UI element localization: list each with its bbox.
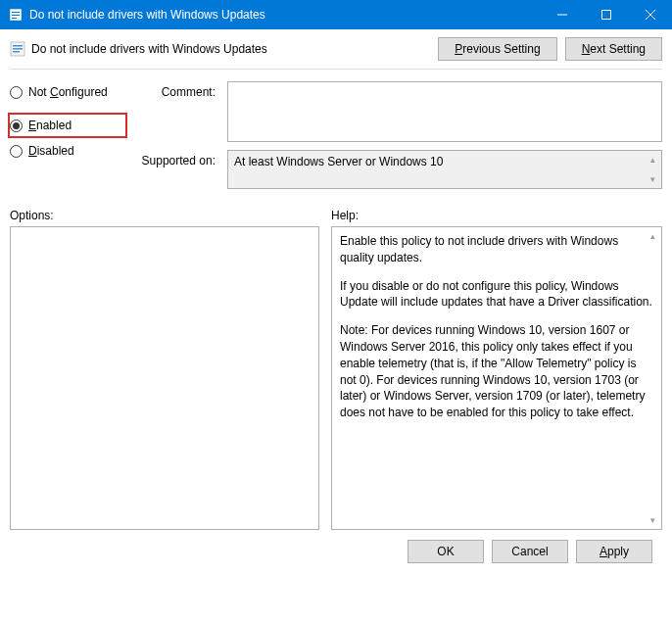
radio-icon — [10, 86, 23, 99]
radio-icon — [10, 120, 23, 132]
radio-label: Disabled — [28, 144, 74, 158]
radio-disabled[interactable]: Disabled — [10, 144, 127, 158]
close-button[interactable] — [628, 0, 672, 29]
maximize-button[interactable] — [584, 0, 628, 29]
window-title: Do not include drivers with Windows Upda… — [29, 8, 540, 22]
svg-rect-11 — [13, 51, 20, 53]
scroll-up-icon[interactable]: ▴ — [645, 228, 660, 244]
radio-label: Enabled — [28, 119, 72, 132]
options-panel — [10, 226, 319, 530]
svg-rect-3 — [12, 18, 17, 19]
radio-label: Not Configured — [28, 85, 108, 99]
page-title: Do not include drivers with Windows Upda… — [31, 42, 432, 56]
ok-button[interactable]: OK — [408, 540, 484, 563]
scroll-down-icon[interactable]: ▾ — [645, 512, 660, 528]
radio-not-configured[interactable]: Not Configured — [10, 85, 127, 99]
help-label: Help: — [331, 209, 662, 222]
next-setting-button[interactable]: Next Setting — [565, 37, 662, 61]
svg-rect-1 — [12, 12, 20, 13]
radio-icon — [10, 145, 23, 158]
options-label: Options: — [10, 209, 319, 222]
comment-input[interactable] — [227, 81, 662, 142]
minimize-button[interactable] — [540, 0, 584, 29]
policy-icon — [10, 41, 25, 57]
previous-setting-button[interactable]: Previous Setting — [438, 37, 556, 61]
svg-rect-9 — [13, 45, 23, 47]
window-titlebar: Do not include drivers with Windows Upda… — [0, 0, 672, 29]
divider — [10, 69, 662, 70]
comment-label: Comment: — [139, 81, 216, 99]
supported-on-box: At least Windows Server or Windows 10 ▴ … — [227, 150, 662, 189]
help-panel: Enable this policy to not include driver… — [331, 226, 662, 530]
svg-rect-5 — [601, 11, 610, 20]
scroll-up-icon[interactable]: ▴ — [645, 152, 660, 168]
supported-label: Supported on: — [139, 150, 216, 168]
svg-rect-10 — [13, 48, 23, 50]
cancel-button[interactable]: Cancel — [492, 540, 568, 563]
highlight-box: Enabled — [8, 113, 127, 138]
help-text: If you disable or do not configure this … — [340, 278, 653, 312]
supported-on-value: At least Windows Server or Windows 10 — [234, 155, 443, 168]
apply-button[interactable]: Apply — [576, 540, 652, 563]
help-text: Enable this policy to not include driver… — [340, 233, 653, 266]
scroll-down-icon[interactable]: ▾ — [645, 171, 660, 187]
svg-rect-2 — [12, 15, 20, 16]
help-text: Note: For devices running Windows 10, ve… — [340, 322, 653, 421]
app-icon — [8, 7, 24, 23]
radio-enabled[interactable]: Enabled — [10, 119, 72, 132]
